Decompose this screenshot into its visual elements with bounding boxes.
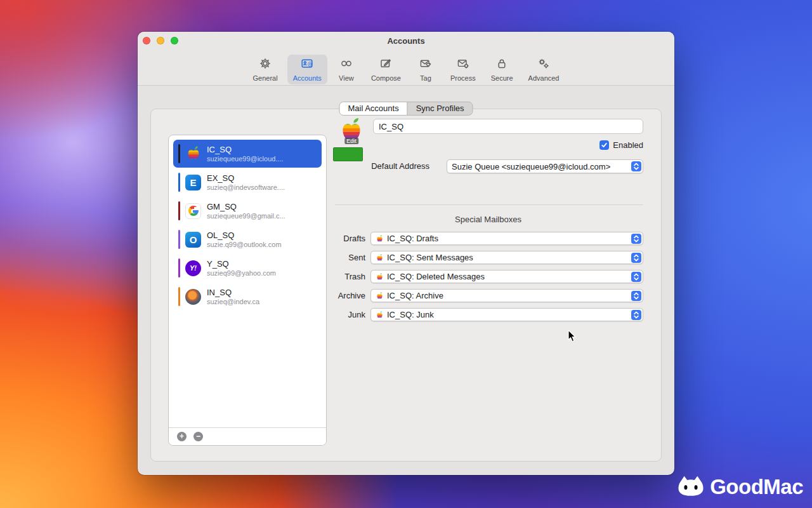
account-texts: Y_SQ suzieq99@yahoo.com: [207, 259, 276, 277]
toolbar-item-general[interactable]: General: [247, 55, 283, 84]
check-icon: [601, 142, 608, 149]
tab-mail-accounts[interactable]: Mail Accounts: [339, 102, 407, 115]
zoom-button[interactable]: [171, 37, 178, 44]
popup-stepper-icon: [631, 161, 641, 171]
account-texts: EX_SQ suzieq@indevsoftware....: [207, 173, 285, 192]
tab-bar: Mail Accounts Sync Profiles: [339, 102, 473, 116]
yahoo-icon: [185, 260, 202, 277]
account-avatar-edit[interactable]: Edit: [338, 116, 365, 145]
accounts-card-icon: @: [301, 57, 313, 72]
account-color-bar: [178, 230, 180, 249]
indev-icon: [185, 288, 202, 305]
default-address-select[interactable]: Suzie Queue <suziequeue99@icloud.com>: [447, 159, 643, 173]
account-email: suzieq@indevsoftware....: [207, 184, 285, 192]
trash-mailbox-select[interactable]: IC_SQ: Deleted Messages: [370, 270, 643, 283]
enabled-label: Enabled: [613, 140, 643, 150]
apple-rainbow-icon: [185, 145, 202, 163]
toolbar-item-advanced[interactable]: Advanced: [523, 55, 565, 84]
toolbar-label: Advanced: [528, 74, 560, 82]
mouse-cursor-icon: [568, 330, 577, 345]
default-address-value: Suzie Queue <suziequeue99@icloud.com>: [452, 162, 610, 171]
archive-row: Archive IC_SQ: Archive: [333, 289, 643, 302]
gears-icon: [537, 57, 550, 72]
toolbar-item-secure[interactable]: Secure: [485, 55, 519, 84]
goodmac-cat-icon: [676, 474, 705, 500]
accounts-list: IC_SQ suziequeue99@icloud.... EX_SQ suzi…: [168, 135, 327, 446]
toolbar-label: General: [252, 74, 277, 82]
toolbar-item-process[interactable]: Process: [445, 55, 481, 84]
tag-envelope-icon: [419, 57, 432, 72]
sent-mailbox-select[interactable]: IC_SQ: Sent Messages: [370, 251, 643, 264]
account-name: IN_SQ: [207, 288, 259, 298]
default-address-label: Default Address: [333, 161, 429, 171]
sent-row: Sent IC_SQ: Sent Messages: [333, 251, 643, 264]
account-color-bar: [178, 144, 180, 163]
account-name-input[interactable]: [373, 119, 643, 134]
tab-sync-profiles[interactable]: Sync Profiles: [407, 102, 473, 115]
junk-mailbox-select[interactable]: IC_SQ: Junk: [370, 308, 643, 321]
account-color-bar: [178, 173, 180, 192]
trash-mailbox-value: IC_SQ: Deleted Messages: [387, 272, 485, 281]
toolbar-item-tag[interactable]: Tag: [410, 55, 441, 84]
toolbar-item-compose[interactable]: Compose: [365, 55, 407, 84]
glasses-icon: [340, 57, 353, 72]
account-color-bar: [178, 201, 180, 220]
toolbar-label: Tag: [420, 74, 431, 82]
account-row-y-sq[interactable]: Y_SQ suzieq99@yahoo.com: [173, 254, 322, 282]
remove-account-button[interactable]: −: [193, 432, 203, 441]
account-row-ic-sq[interactable]: IC_SQ suziequeue99@icloud....: [173, 140, 322, 168]
section-divider: [335, 204, 643, 205]
process-envelope-icon: [457, 57, 469, 72]
account-texts: IC_SQ suziequeue99@icloud....: [207, 145, 284, 163]
popup-stepper-icon: [631, 272, 641, 282]
traffic-lights: [143, 37, 178, 44]
apple-rainbow-icon: [376, 311, 384, 319]
popup-stepper-icon: [631, 253, 641, 263]
toolbar-item-accounts[interactable]: @ Accounts: [287, 55, 327, 84]
drafts-mailbox-select[interactable]: IC_SQ: Drafts: [370, 232, 643, 245]
special-mailboxes-form: Drafts IC_SQ: Drafts Sent IC_SQ: Sent Me…: [333, 232, 643, 321]
account-row-gm-sq[interactable]: GM_SQ suziequeue99@gmail.c...: [173, 197, 322, 225]
trash-label: Trash: [333, 272, 365, 281]
account-email: suzieq99@yahoo.com: [207, 269, 276, 277]
add-account-button[interactable]: +: [177, 432, 187, 441]
account-texts: GM_SQ suziequeue99@gmail.c...: [207, 202, 285, 220]
account-name: Y_SQ: [207, 259, 276, 269]
lock-icon: [495, 57, 508, 72]
titlebar[interactable]: Accounts: [138, 32, 674, 51]
archive-mailbox-value: IC_SQ: Archive: [387, 291, 443, 300]
enabled-row: Enabled: [599, 140, 643, 150]
account-email: suzieq@indev.ca: [207, 298, 259, 306]
outlook-icon: [185, 231, 202, 248]
svg-text:@: @: [308, 61, 313, 67]
account-row-in-sq[interactable]: IN_SQ suzieq@indev.ca: [173, 283, 322, 311]
close-button[interactable]: [143, 37, 150, 44]
account-color-well[interactable]: [333, 147, 363, 161]
account-email: suziequeue99@icloud....: [207, 155, 284, 163]
accounts-list-footer: + −: [169, 427, 326, 445]
account-name: OL_SQ: [207, 231, 282, 241]
apple-rainbow-icon: [376, 234, 384, 243]
accounts-list-rows: IC_SQ suziequeue99@icloud.... EX_SQ suzi…: [169, 139, 326, 311]
account-email: suzie.q99@outlook.com: [207, 241, 282, 249]
account-email: suziequeue99@gmail.c...: [207, 212, 285, 220]
account-row-ex-sq[interactable]: EX_SQ suzieq@indevsoftware....: [173, 168, 322, 196]
edit-avatar-badge: Edit: [344, 138, 358, 144]
toolbar-label: Process: [450, 74, 476, 82]
toolbar-label: View: [339, 74, 354, 82]
goodmac-text: GoodMac: [710, 475, 803, 499]
account-name: GM_SQ: [207, 202, 285, 212]
exchange-icon: [185, 174, 202, 191]
account-name: EX_SQ: [207, 173, 285, 184]
minimize-button[interactable]: [157, 37, 164, 44]
toolbar-label: Accounts: [293, 74, 322, 82]
toolbar-label: Secure: [491, 74, 513, 82]
sent-mailbox-value: IC_SQ: Sent Messages: [387, 253, 473, 262]
archive-mailbox-select[interactable]: IC_SQ: Archive: [370, 289, 643, 302]
enabled-checkbox[interactable]: [599, 140, 609, 150]
junk-row: Junk IC_SQ: Junk: [333, 308, 643, 321]
toolbar-item-view[interactable]: View: [331, 55, 362, 84]
account-color-bar: [178, 287, 180, 306]
account-row-ol-sq[interactable]: OL_SQ suzie.q99@outlook.com: [173, 225, 322, 253]
window-title: Accounts: [138, 32, 674, 51]
